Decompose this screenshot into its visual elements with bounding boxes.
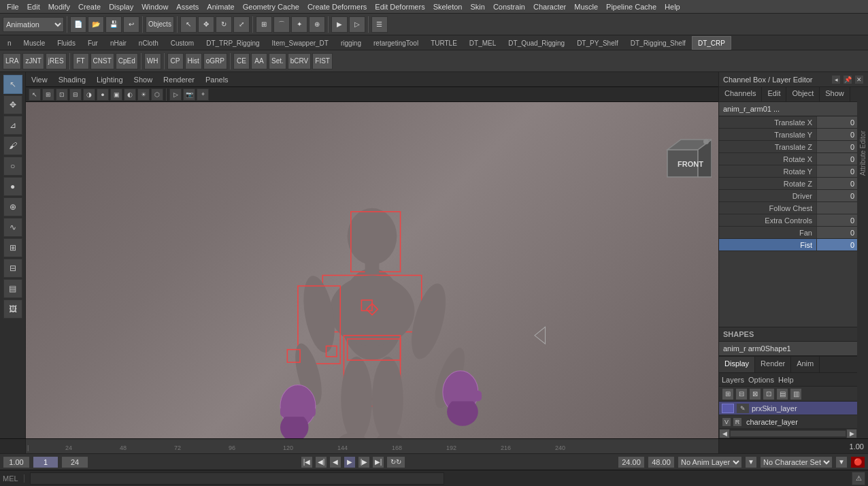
show-hide-toolbar[interactable]: ☰ (371, 16, 388, 33)
play-forward-btn[interactable]: ▶ (344, 456, 356, 468)
play-back-btn[interactable]: ◀ (329, 456, 341, 468)
channel-rotate-y[interactable]: Rotate Y 0 (719, 165, 857, 178)
channel-rotate-x[interactable]: Rotate X 0 (719, 153, 857, 165)
menu-help[interactable]: Help (661, 0, 684, 14)
shelf-tab-turtle[interactable]: TURTLE (424, 36, 463, 50)
ogrp-btn[interactable]: oGRP (203, 53, 227, 69)
menu-animate[interactable]: Animate (203, 0, 238, 14)
vp-snap-btn[interactable]: ⌖ (197, 88, 209, 101)
viewport-content[interactable]: x y FRONT (26, 102, 718, 438)
vp-select-btn[interactable]: ↖ (29, 88, 41, 101)
vp-lighting-menu[interactable]: Lighting (94, 76, 126, 84)
select-tool[interactable]: ↖ (3, 75, 22, 94)
paint-tool[interactable]: 🖌 (3, 136, 22, 155)
menu-constrain[interactable]: Constrain (489, 0, 529, 14)
undo-queue-btn[interactable]: ↩ (123, 16, 139, 33)
layer-scroll-right[interactable]: ▶ (846, 429, 857, 438)
menu-geometry-cache[interactable]: Geometry Cache (239, 0, 303, 14)
anim-end-right-input[interactable] (618, 456, 645, 468)
shelf-tab-fluids[interactable]: Fluids (51, 36, 82, 50)
interactive-render-btn[interactable]: ▷ (349, 16, 365, 33)
shelf-tab-dt-quad[interactable]: DT_Quad_Rigging (502, 36, 571, 50)
save-scene-btn[interactable]: 💾 (105, 16, 122, 33)
shelf-tab-n[interactable]: n (1, 36, 18, 50)
lasso-tool[interactable]: ⊿ (3, 116, 22, 135)
character-set-options[interactable]: ▼ (835, 456, 848, 468)
shelf-tab-dt-py[interactable]: DT_PY_Shelf (571, 36, 624, 50)
channel-translate-x[interactable]: Translate X 0 (719, 116, 857, 129)
sculpt-tool[interactable]: ○ (3, 157, 22, 176)
vp-shading-menu[interactable]: Shading (56, 76, 88, 84)
layer-tool[interactable]: ▤ (3, 279, 22, 298)
jres-btn[interactable]: jRES (46, 53, 67, 69)
view-cube[interactable]: FRONT (664, 136, 712, 184)
vp-renderer-menu[interactable]: Renderer (161, 76, 197, 84)
menu-assets[interactable]: Assets (172, 0, 203, 14)
vp-show-menu[interactable]: Show (131, 76, 156, 84)
layer-tab-display[interactable]: Display (719, 357, 755, 372)
timeline-area[interactable]: | 24 48 72 96 120 144 168 192 216 240 1.… (0, 438, 868, 453)
wh-btn[interactable]: WH (144, 53, 161, 69)
channel-translate-y[interactable]: Translate Y 0 (719, 129, 857, 141)
layer-r-btn[interactable]: R (733, 417, 742, 427)
attribute-editor-side-tab[interactable]: Attribute Editor (858, 128, 868, 178)
layer-menu-options[interactable]: Options (748, 376, 774, 384)
cp-btn[interactable]: CP (167, 53, 184, 69)
menu-edit-deformers[interactable]: Edit Deformers (371, 0, 429, 14)
layer-scroll-left[interactable]: ◀ (719, 429, 730, 438)
tab-object[interactable]: Object (786, 87, 820, 101)
mel-input[interactable] (30, 472, 444, 485)
cped-btn[interactable]: CpEd (116, 53, 138, 69)
shelf-tab-rigging[interactable]: rigging (335, 36, 367, 50)
viewport[interactable]: View Shading Lighting Show Renderer Pane… (26, 72, 718, 438)
tab-channels[interactable]: Channels (719, 87, 762, 101)
menu-muscle[interactable]: Muscle (570, 0, 602, 14)
rotate-tool-btn[interactable]: ↻ (216, 16, 232, 33)
shelf-tab-dt-crp[interactable]: DT_CRP (692, 36, 731, 50)
zjnt-btn[interactable]: zJNT (22, 53, 44, 69)
menu-skeleton[interactable]: Skeleton (429, 0, 467, 14)
channel-fist[interactable]: Fist 0 (719, 239, 857, 251)
vp-tex-btn[interactable]: ▣ (110, 88, 122, 101)
fist-btn[interactable]: FIST (312, 53, 333, 69)
layer-menu-help[interactable]: Help (778, 376, 794, 384)
step-forward-btn[interactable]: |▶ (358, 456, 370, 468)
bcrv-btn[interactable]: bCRV (288, 53, 312, 69)
channel-fan[interactable]: Fan 0 (719, 227, 857, 239)
current-time-input[interactable] (33, 456, 59, 468)
lra-btn[interactable]: LRA (3, 53, 21, 69)
step-back-btn[interactable]: ◀| (315, 456, 327, 468)
sphere-tool[interactable]: ● (3, 177, 22, 196)
layer-tb-6[interactable]: ▥ (790, 388, 802, 400)
start-time-input[interactable] (3, 456, 30, 468)
shelf-tab-fur[interactable]: Fur (82, 36, 104, 50)
snap-to-curve[interactable]: ⌒ (273, 16, 290, 33)
render-btn[interactable]: ▶ (331, 16, 348, 33)
menu-window[interactable]: Window (137, 0, 172, 14)
menu-skin[interactable]: Skin (466, 0, 488, 14)
shelf-tab-custom[interactable]: Custom (165, 36, 200, 50)
cnst-btn[interactable]: CNST (90, 53, 114, 69)
ft-btn[interactable]: FT (73, 53, 89, 69)
go-to-start-btn[interactable]: |◀ (301, 456, 313, 468)
vp-view-menu[interactable]: View (29, 76, 50, 84)
shelf-tab-dt-mel[interactable]: DT_MEL (463, 36, 502, 50)
shelf-tab-item-swapper[interactable]: Item_Swapper_DT (266, 36, 335, 50)
move-tool-left[interactable]: ✥ (3, 95, 22, 114)
snap-to-point[interactable]: ✦ (291, 16, 307, 33)
vp-shade-btn[interactable]: ◑ (83, 88, 95, 101)
set-btn[interactable]: Set. (269, 53, 286, 69)
vp-camera-btn[interactable]: 📷 (183, 88, 195, 101)
open-scene-btn[interactable]: 📂 (88, 16, 104, 33)
objects-btn[interactable]: Objects (146, 16, 174, 33)
menu-display[interactable]: Display (105, 0, 137, 14)
menu-modify[interactable]: Modify (44, 0, 74, 14)
menu-create[interactable]: Create (74, 0, 105, 14)
vp-wire-btn[interactable]: ⊟ (69, 88, 82, 101)
layer-tb-4[interactable]: ⊡ (763, 388, 775, 400)
layer-row-character[interactable]: V R character_layer (719, 415, 857, 429)
shelf-tab-muscle[interactable]: Muscle (18, 36, 52, 50)
curve-tool[interactable]: ∿ (3, 218, 22, 237)
vp-grid-btn[interactable]: ⊞ (42, 88, 54, 101)
character-set-select[interactable]: No Character Set (760, 456, 833, 468)
